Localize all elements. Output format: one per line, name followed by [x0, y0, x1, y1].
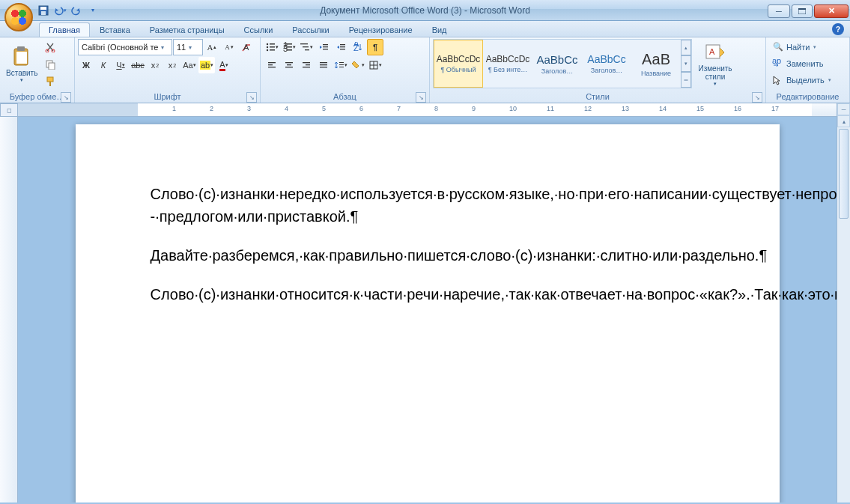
align-center-button[interactable] [281, 57, 297, 73]
decrease-indent-button[interactable] [315, 39, 332, 55]
svg-rect-35 [340, 49, 345, 49]
font-family-value: Calibri (Основной те [82, 43, 158, 52]
svg-rect-13 [49, 82, 51, 86]
svg-rect-26 [287, 49, 292, 51]
svg-rect-6 [17, 46, 25, 51]
vertical-scrollbar[interactable]: ─ ▴ [837, 103, 850, 503]
select-button[interactable]: Выделить▾ [769, 72, 846, 88]
svg-rect-38 [268, 62, 276, 63]
svg-text:Z: Z [353, 43, 359, 52]
undo-icon[interactable]: ▾ [52, 3, 67, 18]
paragraph[interactable]: Слово·(с)·изнанки·нередко·используется·в… [151, 183, 712, 228]
superscript-button[interactable]: x2 [164, 57, 180, 73]
italic-button[interactable]: К [95, 57, 112, 73]
underline-button[interactable]: Ч▾ [112, 57, 129, 73]
multilevel-list-button[interactable]: ▾ [298, 39, 315, 55]
line-spacing-button[interactable]: ▾ [333, 57, 349, 73]
tab-home[interactable]: Главная [39, 22, 90, 37]
tab-review[interactable]: Рецензирование [339, 22, 422, 37]
svg-rect-11 [49, 63, 55, 70]
scroll-split-icon[interactable]: ─ [837, 103, 850, 115]
scroll-up-icon[interactable]: ▴ [837, 115, 850, 127]
paste-button[interactable]: Вставить [3, 39, 40, 88]
grow-font-icon[interactable]: A▴ [204, 39, 220, 55]
styles-dialog-launcher[interactable]: ↘ [752, 92, 762, 103]
copy-icon[interactable] [42, 56, 58, 73]
paragraph-dialog-launcher[interactable]: ↘ [416, 92, 426, 103]
help-icon[interactable]: ? [832, 23, 844, 35]
svg-rect-46 [303, 67, 310, 67]
style-no-spacing[interactable]: AaBbCcDc¶ Без инте… [483, 40, 532, 88]
redo-icon[interactable] [69, 3, 84, 18]
gallery-more-icon[interactable]: ═ [681, 72, 691, 88]
svg-text:3: 3 [283, 44, 288, 52]
svg-point-15 [267, 43, 268, 45]
numbering-button[interactable]: 123▾ [281, 39, 297, 55]
qat-customize-icon[interactable]: ▾ [85, 3, 100, 18]
align-justify-button[interactable] [315, 57, 332, 73]
align-left-button[interactable] [264, 57, 280, 73]
shrink-font-icon[interactable]: A▾ [221, 39, 237, 55]
style-title[interactable]: АаВНазвание [631, 40, 681, 88]
gallery-down-icon[interactable]: ▾ [681, 55, 691, 71]
document-view[interactable]: Слово·(с)·изнанки·нередко·используется·в… [18, 117, 837, 503]
show-marks-button[interactable]: ¶ [367, 39, 383, 55]
clipboard-dialog-launcher[interactable]: ↘ [61, 92, 71, 103]
page: Слово·(с)·изнанки·нередко·используется·в… [76, 124, 780, 503]
increase-indent-button[interactable] [333, 39, 349, 55]
svg-rect-49 [320, 67, 327, 67]
ruler-corner[interactable]: ◻ [0, 103, 18, 117]
strike-button[interactable]: abc [130, 57, 146, 73]
style-normal[interactable]: AaBbCcDc¶ Обычный [434, 40, 483, 88]
maximize-button[interactable] [792, 4, 813, 18]
svg-rect-29 [305, 49, 309, 50]
svg-rect-52 [339, 67, 344, 67]
vertical-ruler[interactable] [0, 117, 18, 503]
close-button[interactable]: ✕ [814, 4, 849, 18]
sort-button[interactable]: AZ [350, 39, 366, 55]
quick-access-toolbar: ▾ ▾ [36, 3, 100, 18]
svg-rect-51 [339, 64, 344, 65]
office-button[interactable] [4, 3, 33, 31]
horizontal-ruler[interactable]: 1234567891011121314151617 [18, 103, 837, 117]
minimize-button[interactable]: ─ [768, 4, 790, 18]
tab-view[interactable]: Вид [422, 22, 457, 37]
style-heading1[interactable]: AaBbCcЗаголов… [532, 40, 582, 88]
group-editing-label: Редактирование [777, 92, 840, 101]
format-painter-icon[interactable] [42, 73, 58, 90]
shading-button[interactable]: ▾ [350, 57, 366, 73]
tab-page-layout[interactable]: Разметка страницы [140, 22, 234, 37]
tab-mailings[interactable]: Рассылки [282, 22, 339, 37]
bold-button[interactable]: Ж [78, 57, 94, 73]
tab-insert[interactable]: Вставка [90, 22, 140, 37]
font-dialog-launcher[interactable]: ↘ [246, 92, 257, 103]
replace-button[interactable]: abЗаменить [769, 55, 846, 71]
svg-rect-2 [41, 11, 46, 15]
align-right-button[interactable] [298, 57, 315, 73]
svg-text:A: A [243, 43, 249, 52]
style-heading2[interactable]: AaBbCcЗаголов… [582, 40, 631, 88]
subscript-button[interactable]: x2 [147, 57, 163, 73]
clear-formatting-icon[interactable]: A [238, 39, 255, 55]
svg-rect-18 [270, 46, 275, 48]
bullets-button[interactable]: ▾ [264, 39, 280, 55]
cut-icon[interactable] [42, 39, 58, 55]
tab-references[interactable]: Ссылки [234, 22, 283, 37]
group-font: Calibri (Основной те▾ 11▾ A▴ A▾ A Ж К Ч▾… [75, 37, 261, 103]
borders-button[interactable]: ▾ [367, 57, 383, 73]
title-bar: ▾ ▾ Документ Microsoft Office Word (3) -… [0, 0, 850, 21]
change-styles-button[interactable]: A Изменить стили [693, 39, 737, 88]
svg-rect-30 [323, 44, 328, 45]
ribbon: Вставить Буфер обме…↘ Calibri (Основной … [0, 37, 850, 103]
highlight-button[interactable]: ab▾ [198, 57, 215, 73]
font-color-button[interactable]: A▾ [216, 57, 232, 73]
find-button[interactable]: 🔍Найти▾ [769, 39, 846, 55]
scroll-thumb[interactable] [839, 129, 849, 219]
font-family-combo[interactable]: Calibri (Основной те▾ [78, 39, 172, 55]
paragraph[interactable]: Давайте·разберемся,·как·правильно·пишетс… [151, 244, 712, 267]
font-size-combo[interactable]: 11▾ [173, 39, 203, 55]
change-case-button[interactable]: Aa▾ [181, 57, 198, 73]
gallery-up-icon[interactable]: ▴ [681, 40, 691, 55]
save-icon[interactable] [36, 3, 51, 18]
paragraph[interactable]: Слово·(с)·изнанки·относится·к·части·речи… [151, 283, 712, 306]
